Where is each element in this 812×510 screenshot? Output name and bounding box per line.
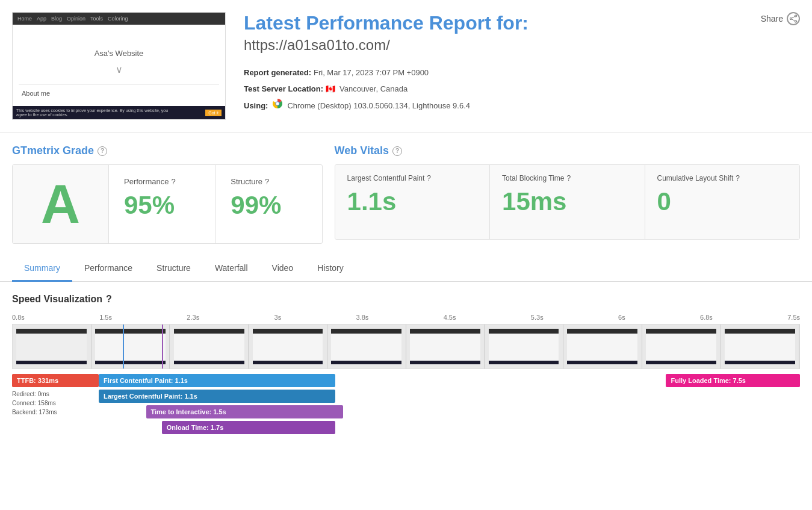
- ruler-mark-9: 6.8s: [700, 314, 713, 321]
- cls-item: Cumulative Layout Shift ? 0: [645, 165, 799, 239]
- ttfb-detail: Redirect: 0ms Connect: 158ms Backend: 17…: [12, 390, 57, 417]
- preview-nav-text: Home App Blog Opinion Tools Coloring: [17, 16, 128, 22]
- preview-about: About me: [19, 84, 219, 100]
- svg-point-7: [276, 102, 279, 105]
- preview-nav: Home App Blog Opinion Tools Coloring: [13, 13, 225, 25]
- grade-letter: A: [41, 177, 80, 231]
- generated-label: Report generated:: [244, 66, 311, 79]
- preview-content: Asa's Website ∨ About me: [13, 25, 225, 106]
- frame-7: [485, 325, 563, 369]
- ruler-mark-5: 3.8s: [356, 314, 369, 321]
- ruler-mark-1: 0.8s: [12, 314, 25, 321]
- generated-row: Report generated: Fri, Mar 17, 2023 7:07…: [244, 66, 800, 79]
- lcp-value: 1.1s: [347, 187, 477, 216]
- server-location: Vancouver, Canada: [339, 82, 408, 96]
- server-row: Test Server Location: 🇨🇦 Vancouver, Cana…: [244, 82, 800, 96]
- ttfb-backend: Backend: 173ms: [12, 408, 57, 417]
- cls-label: Cumulative Layout Shift ?: [657, 174, 787, 182]
- tab-history[interactable]: History: [305, 256, 356, 282]
- tab-performance[interactable]: Performance: [72, 256, 144, 282]
- gtmetrix-section-title: GTmetrix Grade ?: [12, 145, 323, 157]
- performance-metric: Performance ? 95%: [109, 165, 215, 243]
- performance-help-icon[interactable]: ?: [171, 177, 175, 186]
- ttfb-badge: TTFB: 331ms: [12, 374, 99, 387]
- svg-line-3: [792, 16, 795, 18]
- frame-9: [642, 325, 721, 369]
- server-label: Test Server Location:: [244, 82, 323, 96]
- tabs-section: Summary Performance Structure Waterfall …: [0, 256, 812, 282]
- ttfb-connect: Connect: 158ms: [12, 399, 57, 408]
- website-preview: Home App Blog Opinion Tools Coloring Asa…: [12, 12, 226, 120]
- top-section: Home App Blog Opinion Tools Coloring Asa…: [0, 0, 812, 132]
- gtmetrix-grade-section: GTmetrix Grade ? A Performance ? 95%: [12, 145, 323, 244]
- preview-site-name: Asa's Website: [19, 49, 219, 58]
- fcp-badge: First Contentful Paint: 1.1s: [99, 374, 335, 387]
- report-meta: Report generated: Fri, Mar 17, 2023 7:07…: [244, 66, 800, 113]
- onload-badge: Onload Time: 1.7s: [162, 421, 335, 434]
- speed-viz-title: Speed Visualization ?: [12, 294, 800, 305]
- grade-card: A Performance ? 95% Structure ?: [12, 164, 323, 244]
- tab-waterfall[interactable]: Waterfall: [203, 256, 260, 282]
- structure-metric: Structure ? 99%: [215, 165, 321, 243]
- speed-viz-help-icon[interactable]: ?: [106, 294, 112, 305]
- lcp-badge: Largest Contentful Paint: 1.1s: [99, 390, 335, 403]
- ttfb-redirect: Redirect: 0ms: [12, 390, 57, 399]
- main-container: Home App Blog Opinion Tools Coloring Asa…: [0, 0, 812, 510]
- preview-cookie-bar: This website uses cookies to improve you…: [13, 106, 225, 119]
- share-label: Share: [761, 14, 783, 23]
- timeline-container: 0.8s 1.5s 2.3s 3s 3.8s 4.5s 5.3s 6s 6.8s…: [12, 314, 800, 440]
- web-vitals-help-icon[interactable]: ?: [392, 146, 402, 156]
- cookie-button[interactable]: Got it: [205, 110, 222, 116]
- metrics-section: GTmetrix Grade ? A Performance ? 95%: [0, 132, 812, 256]
- ruler-mark-6: 4.5s: [444, 314, 456, 321]
- lcp-line: [162, 325, 163, 369]
- tti-badge: Time to Interactive: 1.5s: [146, 405, 343, 418]
- structure-value: 99%: [231, 191, 306, 220]
- lcp-item: Largest Contentful Paint ? 1.1s: [335, 165, 490, 239]
- svg-point-2: [795, 20, 797, 22]
- web-vitals-section: Web Vitals ? Largest Contentful Paint ? …: [335, 145, 800, 244]
- ruler-mark-8: 6s: [618, 314, 625, 321]
- tbt-help-icon[interactable]: ?: [566, 174, 571, 182]
- gtmetrix-help-icon[interactable]: ?: [98, 146, 107, 156]
- frame-2: [91, 325, 170, 369]
- structure-label: Structure ?: [231, 177, 306, 186]
- cookie-text: This website uses cookies to improve you…: [16, 108, 170, 117]
- tab-video[interactable]: Video: [260, 256, 306, 282]
- speed-visualization-section: Speed Visualization ? 0.8s 1.5s 2.3s 3s …: [0, 282, 812, 452]
- svg-point-1: [790, 18, 792, 20]
- frame-10: [721, 325, 799, 369]
- tbt-item: Total Blocking Time ? 15ms: [490, 165, 645, 239]
- using-row: Using: Chrome (Desktop) 103.0.5060.134, …: [244, 99, 800, 113]
- share-button[interactable]: Share: [761, 12, 800, 25]
- ruler-mark-4: 3s: [274, 314, 282, 321]
- tab-summary[interactable]: Summary: [12, 256, 72, 282]
- chrome-icon: [273, 99, 282, 113]
- using-label: Using:: [244, 99, 268, 113]
- frame-1: [13, 325, 91, 369]
- generated-value: Fri, Mar 17, 2023 7:07 PM +0900: [314, 66, 429, 79]
- report-title: Latest Performance Report for:: [244, 12, 800, 34]
- ruler-mark-10: 7.5s: [787, 314, 800, 321]
- fcp-line: [123, 325, 124, 369]
- cls-help-icon[interactable]: ?: [736, 174, 740, 182]
- performance-label: Performance ?: [124, 177, 200, 186]
- structure-help-icon[interactable]: ?: [265, 177, 269, 186]
- frame-4: [249, 325, 327, 369]
- lcp-help-icon[interactable]: ?: [427, 174, 431, 182]
- tbt-value: 15ms: [502, 187, 632, 216]
- tbt-label: Total Blocking Time ?: [502, 174, 632, 182]
- flag-icon: 🇨🇦: [326, 82, 335, 96]
- report-url: https://a01sa01to.com/: [244, 37, 800, 54]
- svg-line-4: [792, 19, 795, 21]
- share-icon: [787, 12, 800, 25]
- tab-structure[interactable]: Structure: [144, 256, 203, 282]
- frame-5: [327, 325, 406, 369]
- web-vitals-title: Web Vitals ?: [335, 145, 800, 157]
- ruler-mark-2: 1.5s: [99, 314, 112, 321]
- timeline-badges: TTFB: 331ms First Contentful Paint: 1.1s…: [12, 374, 800, 440]
- timeline-frames: [12, 324, 800, 369]
- lcp-label: Largest Contentful Paint ?: [347, 174, 477, 182]
- vitals-card: Largest Contentful Paint ? 1.1s Total Bl…: [335, 164, 800, 240]
- svg-point-0: [795, 15, 797, 17]
